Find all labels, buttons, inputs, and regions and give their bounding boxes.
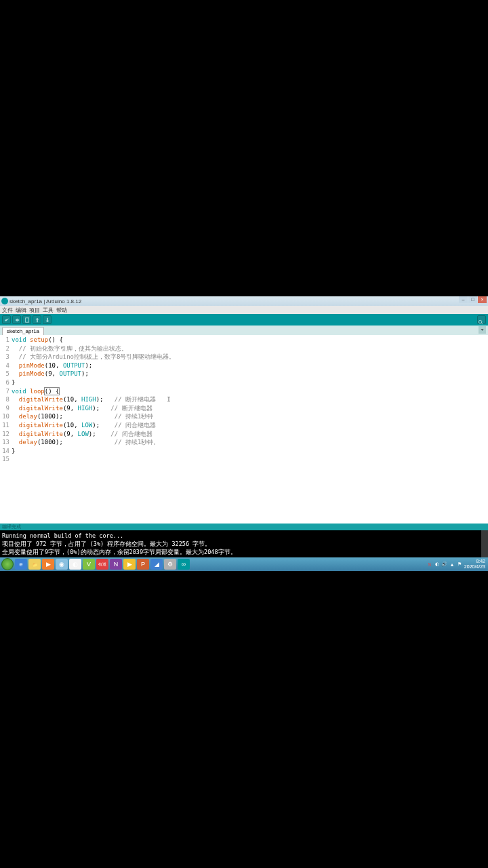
app-icon <box>1 298 8 304</box>
new-button[interactable] <box>22 315 31 324</box>
line-number: 5 <box>0 370 9 378</box>
titlebar[interactable]: sketch_apr1a | Arduino 1.8.12 – □ × <box>0 296 488 306</box>
menu-sketch[interactable]: 项目 <box>29 307 40 314</box>
taskbar-app-app3[interactable]: 有道 <box>96 559 108 570</box>
menu-help[interactable]: 帮助 <box>56 307 67 314</box>
code-editor[interactable]: 123456789101112131415 void setup() { // … <box>0 335 488 524</box>
menu-edit[interactable]: 编辑 <box>16 307 26 314</box>
upload-button[interactable] <box>12 315 21 324</box>
line-number: 7 <box>0 387 9 396</box>
code-line[interactable]: digitalWrite(10, HIGH); // 断开继电器 I <box>12 395 488 404</box>
minimize-button[interactable]: – <box>459 296 468 303</box>
taskbar-app-onenote[interactable]: N <box>110 559 122 570</box>
taskbar-app-arduino[interactable]: ∞ <box>178 559 190 570</box>
taskbar-app-app1[interactable]: ◉ <box>56 559 68 570</box>
tab-menu-button[interactable] <box>479 326 486 334</box>
code-line[interactable]: } <box>12 447 488 456</box>
tray-icon[interactable]: ▲ <box>449 561 455 568</box>
line-number: 11 <box>0 421 9 430</box>
line-number: 8 <box>0 395 9 404</box>
close-button[interactable]: × <box>478 296 487 303</box>
windows-taskbar[interactable]: e📁▶◉◐V有道N▶P◢⚙∞ S ◐ 🔊 ▲ ⚑ 8:42 2020/4/23 <box>0 557 488 571</box>
code-line[interactable]: pinMode(9, OUTPUT); <box>12 370 488 378</box>
tray-icon[interactable]: S <box>426 561 433 568</box>
maximize-button[interactable]: □ <box>468 296 477 303</box>
code-area[interactable]: void setup() { // 初始化数字引脚，使其为输出状态。 // 大部… <box>12 335 488 524</box>
toolbar <box>0 314 488 326</box>
line-number: 3 <box>0 353 9 361</box>
open-button[interactable] <box>33 315 41 324</box>
code-line[interactable]: void setup() { <box>12 336 488 344</box>
menubar: 文件 编辑 项目 工具 帮助 <box>0 306 488 314</box>
line-number: 10 <box>0 412 9 421</box>
line-number: 13 <box>0 438 9 447</box>
taskbar-app-ie[interactable]: e <box>15 559 27 570</box>
console-header: 编译完成 <box>0 524 488 530</box>
code-line[interactable]: // 初始化数字引脚，使其为输出状态。 <box>12 344 488 353</box>
window-title: sketch_apr1a | Arduino 1.8.12 <box>9 298 81 304</box>
code-line[interactable]: delay(1000); // 持续1秒钟 <box>12 412 488 421</box>
tray-icon[interactable]: ⚑ <box>456 561 463 568</box>
code-line[interactable]: delay(1000); // 持续1秒钟。 <box>12 438 488 447</box>
code-line[interactable]: digitalWrite(9, HIGH); // 断开继电器 <box>12 404 488 413</box>
svg-rect-0 <box>25 317 28 321</box>
serial-monitor-button[interactable] <box>477 315 486 324</box>
line-number: 1 <box>0 336 9 344</box>
line-gutter: 123456789101112131415 <box>0 335 12 524</box>
menu-file[interactable]: 文件 <box>2 307 13 314</box>
tabbar: sketch_apr1a <box>0 326 488 335</box>
code-line[interactable]: } <box>12 378 488 387</box>
taskbar-app-app2[interactable]: V <box>83 559 95 570</box>
taskbar-app-app5[interactable]: ◢ <box>150 559 163 570</box>
console-line: 项目使用了 972 字节，占用了 (3%) 程序存储空间。最大为 32256 字… <box>2 540 486 548</box>
line-number: 9 <box>0 404 9 413</box>
arduino-ide-window: sketch_apr1a | Arduino 1.8.12 – □ × 文件 编… <box>0 296 488 571</box>
taskbar-app-chrome[interactable]: ◐ <box>69 559 81 570</box>
taskbar-app-app4[interactable]: ▶ <box>123 559 136 570</box>
code-line[interactable]: digitalWrite(10, LOW); // 闭合继电器 <box>12 421 488 430</box>
taskbar-app-player[interactable]: ▶ <box>42 559 54 570</box>
svg-point-1 <box>479 320 482 323</box>
code-line[interactable]: // 大部分Arduino控制板上，数字8号引脚驱动继电器。 <box>12 353 488 361</box>
line-number: 14 <box>0 447 9 456</box>
line-number: 4 <box>0 361 9 370</box>
line-number: 12 <box>0 430 9 439</box>
line-number: 6 <box>0 378 9 387</box>
tray-icon[interactable]: 🔊 <box>441 561 448 568</box>
system-tray[interactable]: S ◐ 🔊 ▲ ⚑ 8:42 2020/4/23 <box>426 559 487 570</box>
tab-sketch[interactable]: sketch_apr1a <box>2 327 44 335</box>
menu-tools[interactable]: 工具 <box>43 307 54 314</box>
code-line[interactable]: digitalWrite(9, LOW); // 闭合继电器 <box>12 430 488 439</box>
save-button[interactable] <box>43 315 52 324</box>
taskbar-app-app6[interactable]: ⚙ <box>164 559 176 570</box>
console-line: Running normal build of the core... <box>2 532 486 540</box>
console-line: 全局变量使用了9字节，(0%)的动态内存，余留2039字节局部变量。最大为204… <box>2 548 486 556</box>
verify-button[interactable] <box>2 315 11 324</box>
code-line[interactable]: void loop() { <box>12 387 488 396</box>
taskbar-app-explorer[interactable]: 📁 <box>28 559 41 570</box>
taskbar-clock[interactable]: 8:42 2020/4/23 <box>464 559 487 570</box>
tray-icon[interactable]: ◐ <box>434 561 441 568</box>
start-button[interactable] <box>1 558 14 570</box>
code-line[interactable]: pinMode(10, OUTPUT); <box>12 361 488 370</box>
line-number: 2 <box>0 344 9 353</box>
taskbar-app-ppt[interactable]: P <box>137 559 149 570</box>
line-number: 15 <box>0 455 9 464</box>
